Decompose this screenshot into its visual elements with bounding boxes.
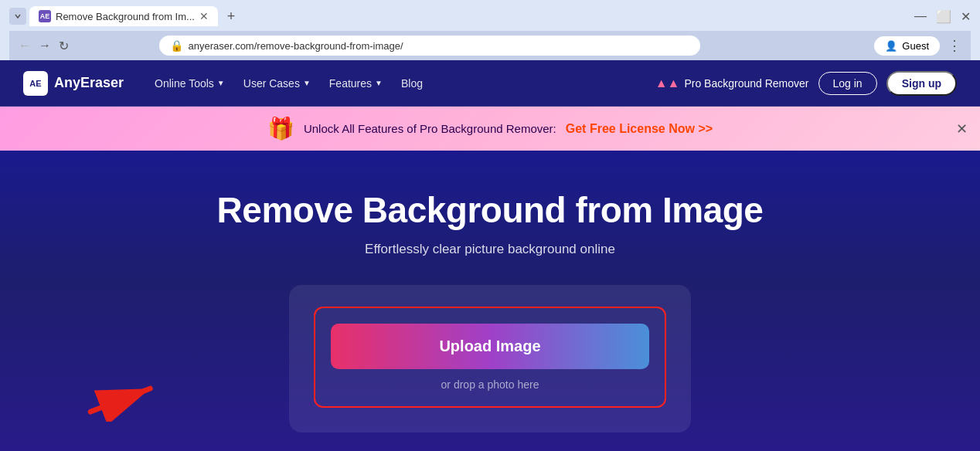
drop-text: or drop a photo here xyxy=(441,378,539,391)
tab-favicon: AE xyxy=(39,10,51,22)
nav-item-user-cases[interactable]: User Cases ▼ xyxy=(236,73,318,94)
browser-chrome: AE Remove Background from Im... ✕ + — ⬜ … xyxy=(0,0,980,60)
navbar: AE AnyEraser Online Tools ▼ User Cases ▼… xyxy=(0,60,980,107)
promo-banner: 🎁 Unlock All Features of Pro Background … xyxy=(0,107,980,151)
maximize-button[interactable]: ⬜ xyxy=(936,9,951,24)
online-tools-chevron-icon: ▼ xyxy=(217,79,225,87)
features-label: Features xyxy=(329,77,372,90)
browser-tab[interactable]: AE Remove Background from Im... ✕ xyxy=(29,6,218,26)
hero-subtitle: Effortlessly clear picture background on… xyxy=(365,242,615,257)
nav-item-online-tools[interactable]: Online Tools ▼ xyxy=(147,73,233,94)
gift-icon: 🎁 xyxy=(267,116,294,141)
minimize-button[interactable]: — xyxy=(914,9,927,23)
back-button[interactable]: ← xyxy=(19,39,31,53)
user-cases-label: User Cases xyxy=(243,77,300,90)
hero-section: Remove Background from Image Effortlessl… xyxy=(0,151,980,451)
logo-icon: AE xyxy=(23,71,48,96)
close-button[interactable]: ✕ xyxy=(961,9,971,24)
browser-menu-button[interactable]: ⋮ xyxy=(948,37,961,54)
nav-items: Online Tools ▼ User Cases ▼ Features ▼ B… xyxy=(147,73,430,94)
browser-tabs: AE Remove Background from Im... ✕ + xyxy=(9,6,241,26)
logo[interactable]: AE AnyEraser xyxy=(23,71,124,96)
arrow-indicator xyxy=(77,375,170,425)
upload-image-button[interactable]: Upload Image xyxy=(331,324,649,369)
login-button[interactable]: Log in xyxy=(818,72,877,95)
user-cases-chevron-icon: ▼ xyxy=(303,79,311,87)
page-title: Remove Background from Image xyxy=(217,189,764,231)
banner-text: Unlock All Features of Pro Background Re… xyxy=(304,122,556,135)
online-tools-label: Online Tools xyxy=(155,77,214,90)
address-bar[interactable]: 🔒 anyeraser.com/remove-background-from-i… xyxy=(159,36,700,56)
website: AE AnyEraser Online Tools ▼ User Cases ▼… xyxy=(0,60,980,451)
pro-icon: ▲▲ xyxy=(655,76,680,90)
nav-right: ▲▲ Pro Background Remover Log in Sign up xyxy=(655,71,957,96)
refresh-button[interactable]: ↻ xyxy=(59,39,69,53)
pro-label: Pro Background Remover xyxy=(684,77,808,90)
guest-avatar-icon: 👤 xyxy=(885,40,897,52)
browser-addressbar: ← → ↻ 🔒 anyeraser.com/remove-background-… xyxy=(9,31,971,60)
nav-item-blog[interactable]: Blog xyxy=(393,73,430,94)
tab-dropdown-button[interactable] xyxy=(9,8,26,25)
features-chevron-icon: ▼ xyxy=(375,79,383,87)
guest-button[interactable]: 👤 Guest xyxy=(874,36,940,56)
blog-label: Blog xyxy=(401,77,423,90)
banner-close-button[interactable]: ✕ xyxy=(956,120,968,137)
upload-drop-area[interactable]: Upload Image or drop a photo here xyxy=(314,307,666,408)
upload-card: Upload Image or drop a photo here xyxy=(289,285,691,432)
logo-text: AnyEraser xyxy=(54,75,124,91)
guest-label: Guest xyxy=(902,40,929,52)
pro-background-remover-button[interactable]: ▲▲ Pro Background Remover xyxy=(655,76,809,90)
tab-close-button[interactable]: ✕ xyxy=(199,10,209,22)
new-tab-button[interactable]: + xyxy=(221,6,241,26)
red-arrow-icon xyxy=(77,375,170,422)
forward-button[interactable]: → xyxy=(39,39,51,53)
tab-title: Remove Background from Im... xyxy=(56,11,195,22)
window-controls: — ⬜ ✕ xyxy=(914,9,971,24)
nav-item-features[interactable]: Features ▼ xyxy=(322,73,390,94)
url-text: anyeraser.com/remove-background-from-ima… xyxy=(188,40,403,52)
browser-titlebar: AE Remove Background from Im... ✕ + — ⬜ … xyxy=(9,6,971,26)
signup-button[interactable]: Sign up xyxy=(886,71,957,96)
svg-line-1 xyxy=(90,388,150,412)
lock-icon: 🔒 xyxy=(170,39,183,52)
banner-link[interactable]: Get Free License Now >> xyxy=(566,122,713,136)
